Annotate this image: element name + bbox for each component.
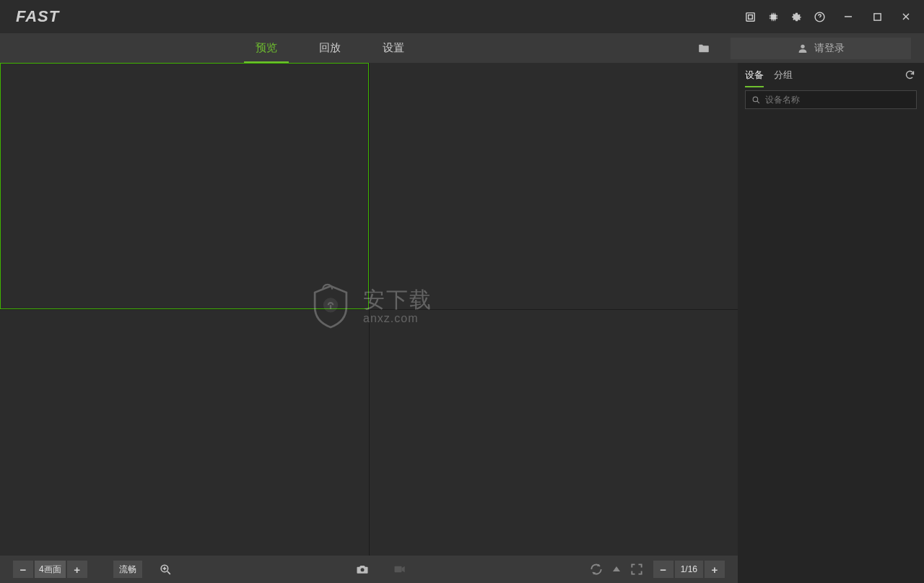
layout-label[interactable]: 4画面 bbox=[35, 561, 66, 578]
svg-line-11 bbox=[167, 571, 170, 574]
bottom-toolbar: − 4画面 + 流畅 bbox=[0, 556, 738, 583]
device-search[interactable] bbox=[745, 90, 917, 109]
video-cell-3[interactable] bbox=[0, 310, 369, 556]
page-indicator: 1/16 bbox=[675, 561, 703, 578]
minimize-button[interactable] bbox=[842, 10, 855, 23]
stream-quality-button[interactable]: 流畅 bbox=[113, 561, 142, 578]
svg-point-16 bbox=[753, 97, 758, 102]
app-logo: FAST bbox=[16, 7, 59, 26]
svg-rect-15 bbox=[394, 566, 401, 572]
zoom-in-icon[interactable] bbox=[158, 561, 174, 578]
refresh-icon[interactable] bbox=[904, 69, 915, 80]
folder-icon[interactable] bbox=[697, 42, 710, 55]
svg-rect-2 bbox=[770, 14, 775, 19]
sidebar-tab-device[interactable]: 设备 bbox=[745, 64, 764, 87]
maximize-button[interactable] bbox=[871, 10, 884, 23]
search-icon bbox=[751, 95, 761, 105]
device-sidebar: 设备 分组 bbox=[738, 63, 924, 583]
login-label: 请登录 bbox=[814, 42, 845, 55]
video-cell-2[interactable] bbox=[370, 63, 738, 309]
svg-rect-0 bbox=[746, 12, 754, 20]
video-cell-4[interactable] bbox=[370, 310, 738, 556]
sidebar-tab-group[interactable]: 分组 bbox=[774, 64, 793, 87]
device-list bbox=[738, 112, 924, 583]
cycle-icon[interactable] bbox=[588, 561, 604, 577]
login-button[interactable]: 请登录 bbox=[731, 38, 911, 59]
record-icon[interactable] bbox=[392, 561, 408, 577]
video-cell-1[interactable] bbox=[0, 63, 369, 309]
svg-point-14 bbox=[360, 568, 364, 571]
window-controls bbox=[842, 10, 912, 23]
video-area: 安下载 anxz.com − 4画面 + 流畅 bbox=[0, 63, 738, 583]
layout-increase-button[interactable]: + bbox=[67, 561, 87, 578]
layout-decrease-button[interactable]: − bbox=[13, 561, 33, 578]
user-icon bbox=[797, 43, 808, 54]
page-prev-button[interactable]: − bbox=[653, 561, 674, 578]
tab-playback[interactable]: 回放 bbox=[316, 33, 344, 63]
main-tab-bar: 预览 回放 设置 请登录 bbox=[0, 33, 924, 63]
fullscreen-icon[interactable] bbox=[629, 561, 645, 577]
snapshot-icon[interactable] bbox=[354, 561, 370, 577]
device-search-input[interactable] bbox=[765, 95, 910, 105]
dropdown-up-icon[interactable] bbox=[613, 561, 620, 577]
svg-rect-5 bbox=[873, 13, 880, 20]
sidebar-tabs: 设备 分组 bbox=[738, 63, 924, 87]
gear-icon[interactable] bbox=[790, 10, 803, 23]
tab-settings[interactable]: 设置 bbox=[380, 33, 407, 63]
svg-point-8 bbox=[801, 44, 804, 48]
titlebar-tools bbox=[744, 10, 826, 23]
page-next-button[interactable]: + bbox=[705, 561, 725, 578]
cpu-icon[interactable] bbox=[767, 10, 780, 23]
screenshot-icon[interactable] bbox=[744, 10, 757, 23]
svg-rect-1 bbox=[748, 14, 752, 19]
svg-line-17 bbox=[757, 101, 759, 103]
title-bar: FAST bbox=[0, 0, 924, 33]
close-button[interactable] bbox=[899, 10, 912, 23]
video-grid: 安下载 anxz.com bbox=[0, 63, 738, 556]
help-icon[interactable] bbox=[813, 10, 826, 23]
tab-preview[interactable]: 预览 bbox=[253, 33, 280, 63]
